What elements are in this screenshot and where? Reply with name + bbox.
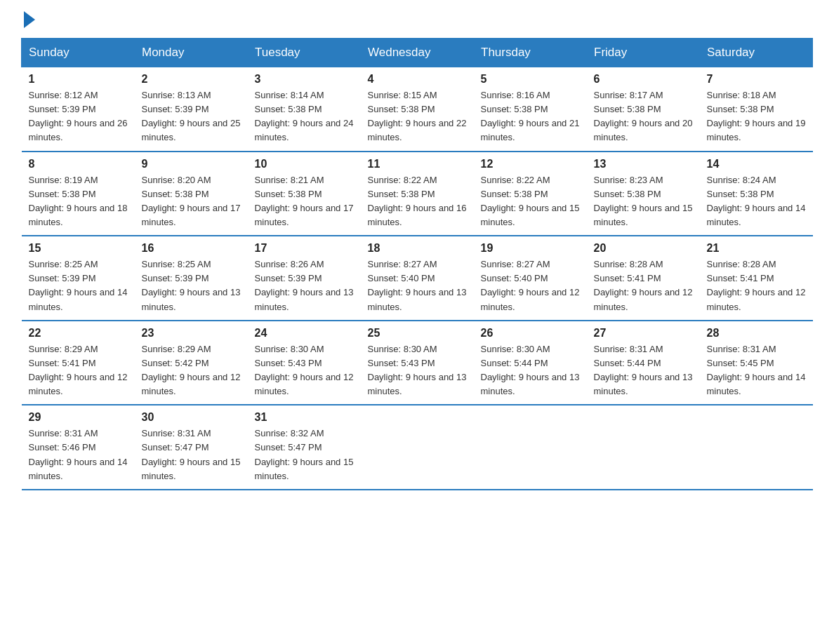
header-row: SundayMondayTuesdayWednesdayThursdayFrid… (22, 39, 813, 67)
calendar-day-cell: 2 Sunrise: 8:13 AMSunset: 5:39 PMDayligh… (135, 67, 248, 152)
header-cell-thursday: Thursday (474, 39, 587, 67)
day-info: Sunrise: 8:31 AMSunset: 5:45 PMDaylight:… (707, 344, 806, 396)
day-info: Sunrise: 8:13 AMSunset: 5:39 PMDaylight:… (142, 90, 241, 142)
day-info: Sunrise: 8:27 AMSunset: 5:40 PMDaylight:… (481, 259, 580, 311)
day-number: 13 (594, 158, 693, 170)
page-header (21, 14, 813, 24)
day-number: 11 (368, 158, 467, 170)
calendar-day-cell: 18 Sunrise: 8:27 AMSunset: 5:40 PMDaylig… (361, 236, 474, 321)
day-info: Sunrise: 8:28 AMSunset: 5:41 PMDaylight:… (707, 259, 806, 311)
header-cell-friday: Friday (587, 39, 700, 67)
calendar-day-cell: 10 Sunrise: 8:21 AMSunset: 5:38 PMDaylig… (248, 152, 361, 236)
day-info: Sunrise: 8:23 AMSunset: 5:38 PMDaylight:… (594, 175, 693, 227)
day-info: Sunrise: 8:31 AMSunset: 5:46 PMDaylight:… (29, 428, 128, 481)
calendar-week-row: 22 Sunrise: 8:29 AMSunset: 5:41 PMDaylig… (22, 321, 813, 405)
day-number: 25 (368, 327, 467, 340)
calendar-table: SundayMondayTuesdayWednesdayThursdayFrid… (21, 38, 813, 490)
day-info: Sunrise: 8:29 AMSunset: 5:42 PMDaylight:… (142, 344, 241, 396)
header-cell-saturday: Saturday (700, 39, 813, 67)
day-number: 5 (481, 73, 580, 86)
calendar-day-cell: 27 Sunrise: 8:31 AMSunset: 5:44 PMDaylig… (587, 321, 700, 405)
day-number: 27 (594, 327, 693, 340)
day-info: Sunrise: 8:26 AMSunset: 5:39 PMDaylight:… (255, 259, 354, 311)
header-cell-monday: Monday (135, 39, 248, 67)
day-number: 1 (29, 73, 128, 86)
calendar-day-cell: 11 Sunrise: 8:22 AMSunset: 5:38 PMDaylig… (361, 152, 474, 236)
calendar-day-cell: 4 Sunrise: 8:15 AMSunset: 5:38 PMDayligh… (361, 67, 474, 152)
day-number: 30 (142, 411, 241, 424)
day-number: 6 (594, 73, 693, 86)
day-info: Sunrise: 8:29 AMSunset: 5:41 PMDaylight:… (29, 344, 128, 396)
day-info: Sunrise: 8:22 AMSunset: 5:38 PMDaylight:… (481, 175, 580, 227)
day-info: Sunrise: 8:25 AMSunset: 5:39 PMDaylight:… (29, 259, 128, 311)
day-number: 7 (707, 73, 806, 86)
calendar-day-cell: 26 Sunrise: 8:30 AMSunset: 5:44 PMDaylig… (474, 321, 587, 405)
day-number: 17 (255, 242, 354, 255)
header-cell-wednesday: Wednesday (361, 39, 474, 67)
calendar-week-row: 1 Sunrise: 8:12 AMSunset: 5:39 PMDayligh… (22, 67, 813, 152)
day-number: 4 (368, 73, 467, 86)
day-number: 18 (368, 242, 467, 255)
calendar-day-cell: 25 Sunrise: 8:30 AMSunset: 5:43 PMDaylig… (361, 321, 474, 405)
day-number: 28 (707, 327, 806, 340)
calendar-day-cell: 30 Sunrise: 8:31 AMSunset: 5:47 PMDaylig… (135, 405, 248, 490)
day-info: Sunrise: 8:30 AMSunset: 5:43 PMDaylight:… (255, 344, 354, 396)
calendar-day-cell: 1 Sunrise: 8:12 AMSunset: 5:39 PMDayligh… (22, 67, 135, 152)
calendar-day-cell: 6 Sunrise: 8:17 AMSunset: 5:38 PMDayligh… (587, 67, 700, 152)
day-info: Sunrise: 8:16 AMSunset: 5:38 PMDaylight:… (481, 90, 580, 142)
calendar-day-cell: 9 Sunrise: 8:20 AMSunset: 5:38 PMDayligh… (135, 152, 248, 236)
calendar-day-cell: 24 Sunrise: 8:30 AMSunset: 5:43 PMDaylig… (248, 321, 361, 405)
calendar-day-cell: 12 Sunrise: 8:22 AMSunset: 5:38 PMDaylig… (474, 152, 587, 236)
day-number: 26 (481, 327, 580, 340)
day-number: 10 (255, 158, 354, 170)
day-info: Sunrise: 8:32 AMSunset: 5:47 PMDaylight:… (255, 428, 354, 481)
calendar-day-cell: 16 Sunrise: 8:25 AMSunset: 5:39 PMDaylig… (135, 236, 248, 321)
day-info: Sunrise: 8:14 AMSunset: 5:38 PMDaylight:… (255, 90, 354, 142)
calendar-day-cell: 14 Sunrise: 8:24 AMSunset: 5:38 PMDaylig… (700, 152, 813, 236)
calendar-day-cell: 23 Sunrise: 8:29 AMSunset: 5:42 PMDaylig… (135, 321, 248, 405)
calendar-day-cell: 22 Sunrise: 8:29 AMSunset: 5:41 PMDaylig… (22, 321, 135, 405)
day-number: 31 (255, 411, 354, 424)
calendar-day-cell: 28 Sunrise: 8:31 AMSunset: 5:45 PMDaylig… (700, 321, 813, 405)
day-number: 20 (594, 242, 693, 255)
day-info: Sunrise: 8:18 AMSunset: 5:38 PMDaylight:… (707, 90, 806, 142)
day-info: Sunrise: 8:31 AMSunset: 5:44 PMDaylight:… (594, 344, 693, 396)
calendar-day-cell: 19 Sunrise: 8:27 AMSunset: 5:40 PMDaylig… (474, 236, 587, 321)
day-number: 22 (29, 327, 128, 340)
calendar-week-row: 15 Sunrise: 8:25 AMSunset: 5:39 PMDaylig… (22, 236, 813, 321)
calendar-week-row: 29 Sunrise: 8:31 AMSunset: 5:46 PMDaylig… (22, 405, 813, 490)
day-info: Sunrise: 8:27 AMSunset: 5:40 PMDaylight:… (368, 259, 467, 311)
calendar-day-cell: 29 Sunrise: 8:31 AMSunset: 5:46 PMDaylig… (22, 405, 135, 490)
day-info: Sunrise: 8:28 AMSunset: 5:41 PMDaylight:… (594, 259, 693, 311)
day-number: 9 (142, 158, 241, 170)
day-number: 19 (481, 242, 580, 255)
day-info: Sunrise: 8:19 AMSunset: 5:38 PMDaylight:… (29, 175, 128, 227)
day-number: 3 (255, 73, 354, 86)
day-number: 16 (142, 242, 241, 255)
calendar-header: SundayMondayTuesdayWednesdayThursdayFrid… (22, 39, 813, 67)
day-info: Sunrise: 8:30 AMSunset: 5:43 PMDaylight:… (368, 344, 467, 396)
day-number: 8 (29, 158, 128, 170)
calendar-day-cell (700, 405, 813, 490)
header-cell-sunday: Sunday (22, 39, 135, 67)
logo-arrow-icon (24, 11, 35, 28)
calendar-day-cell: 15 Sunrise: 8:25 AMSunset: 5:39 PMDaylig… (22, 236, 135, 321)
day-info: Sunrise: 8:17 AMSunset: 5:38 PMDaylight:… (594, 90, 693, 142)
day-info: Sunrise: 8:24 AMSunset: 5:38 PMDaylight:… (707, 175, 806, 227)
calendar-week-row: 8 Sunrise: 8:19 AMSunset: 5:38 PMDayligh… (22, 152, 813, 236)
day-info: Sunrise: 8:21 AMSunset: 5:38 PMDaylight:… (255, 175, 354, 227)
header-cell-tuesday: Tuesday (248, 39, 361, 67)
day-info: Sunrise: 8:25 AMSunset: 5:39 PMDaylight:… (142, 259, 241, 311)
day-number: 23 (142, 327, 241, 340)
day-info: Sunrise: 8:30 AMSunset: 5:44 PMDaylight:… (481, 344, 580, 396)
calendar-day-cell: 31 Sunrise: 8:32 AMSunset: 5:47 PMDaylig… (248, 405, 361, 490)
day-number: 21 (707, 242, 806, 255)
calendar-day-cell: 3 Sunrise: 8:14 AMSunset: 5:38 PMDayligh… (248, 67, 361, 152)
day-number: 15 (29, 242, 128, 255)
calendar-day-cell: 13 Sunrise: 8:23 AMSunset: 5:38 PMDaylig… (587, 152, 700, 236)
calendar-day-cell: 21 Sunrise: 8:28 AMSunset: 5:41 PMDaylig… (700, 236, 813, 321)
day-number: 2 (142, 73, 241, 86)
calendar-day-cell: 5 Sunrise: 8:16 AMSunset: 5:38 PMDayligh… (474, 67, 587, 152)
calendar-day-cell: 7 Sunrise: 8:18 AMSunset: 5:38 PMDayligh… (700, 67, 813, 152)
calendar-day-cell: 8 Sunrise: 8:19 AMSunset: 5:38 PMDayligh… (22, 152, 135, 236)
